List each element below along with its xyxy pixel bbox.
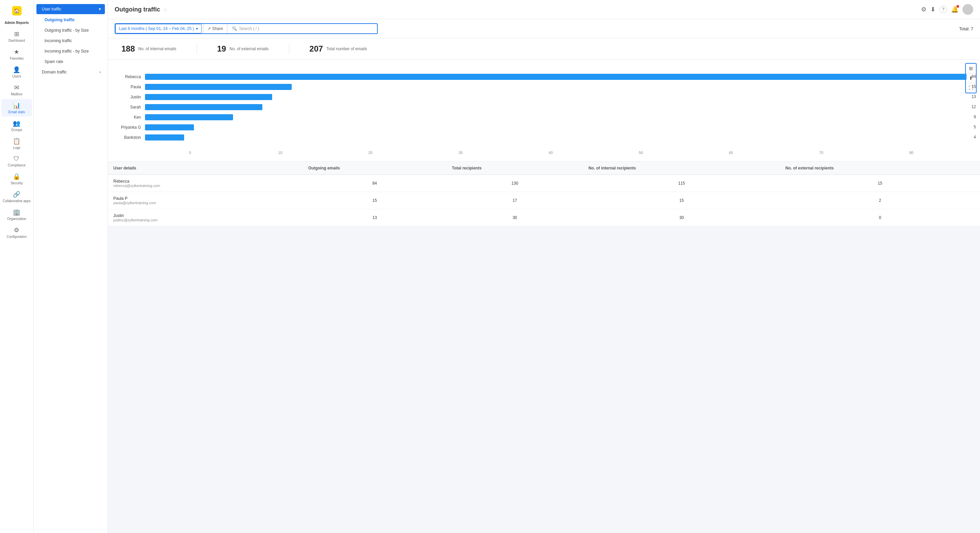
notifications-icon[interactable]: 🔔 xyxy=(951,6,958,13)
content-header: Last 6 months ( Sep 01, 24 – Feb 04, 25 … xyxy=(108,19,980,38)
sidebar-item-favorites[interactable]: ★Favorites xyxy=(2,46,32,63)
date-filter-button[interactable]: Last 6 months ( Sep 01, 24 – Feb 04, 25 … xyxy=(115,24,202,33)
bar xyxy=(145,135,184,141)
bar-value: 12 xyxy=(972,105,976,109)
bar-row-sarah: Sarah 12 xyxy=(115,104,967,110)
bar-container: 84 xyxy=(145,74,967,80)
nav-item-spam-rate[interactable]: Spam rate xyxy=(37,57,105,67)
sidebar-item-compliance[interactable]: 🛡Compliance xyxy=(2,152,32,170)
collaborative-apps-label: Collaborative apps xyxy=(3,199,31,203)
table-header-col: No. of external recipients xyxy=(780,162,980,175)
share-label: Share xyxy=(212,26,223,31)
bar-value: 9 xyxy=(974,114,976,119)
sidebar-item-dashboard[interactable]: ⊞Dashboard xyxy=(2,28,32,45)
sidebar-item-users[interactable]: 👤Users xyxy=(2,63,32,81)
security-icon: 🔒 xyxy=(13,173,20,180)
x-axis-tick: 70 xyxy=(776,151,866,155)
user-name: Justin xyxy=(113,213,298,218)
nav-item-incoming-traffic-size[interactable]: Incoming traffic - by Size xyxy=(37,46,105,56)
external-label: No. of external emails xyxy=(229,46,269,51)
date-filter-text: Last 6 months ( Sep 01, 24 – Feb 04, 25 … xyxy=(119,26,194,31)
notification-dot xyxy=(956,5,959,8)
bar-row-priyanka-g: Priyanka G 5 xyxy=(115,124,967,130)
sidebar-item-email-stats[interactable]: 📊Email stats xyxy=(2,99,32,117)
mailbox-icon: ✉ xyxy=(14,84,19,91)
bar xyxy=(145,94,272,100)
nav-item-domain-traffic[interactable]: Domain traffic› xyxy=(37,67,105,77)
x-axis-tick: 0 xyxy=(145,151,235,155)
search-placeholder: Search ( / ) xyxy=(239,26,259,31)
external-recipients-cell: 0 xyxy=(780,209,980,227)
x-axis-tick: 40 xyxy=(506,151,595,155)
bar xyxy=(145,74,967,80)
stats-bar: 188 No. of internal emails 19 No. of ext… xyxy=(108,38,980,60)
favorites-label: Favorites xyxy=(10,57,24,60)
mailbox-label: Mailbox xyxy=(11,92,22,96)
internal-recipients-cell: 115 xyxy=(583,175,780,192)
bar-row-paula: Paula 15 xyxy=(115,84,967,90)
x-axis-tick: 20 xyxy=(325,151,415,155)
outgoing-emails-cell: 13 xyxy=(303,209,447,227)
total-count-stat: 207 xyxy=(310,44,323,54)
app-logo: 🏠 xyxy=(0,3,33,21)
user-email: rebecca@zylkertraining.com xyxy=(113,184,298,188)
total-emails-stat: 207 Total number of emails xyxy=(310,44,367,54)
user-avatar[interactable] xyxy=(963,4,973,15)
stat-divider-2 xyxy=(289,44,290,54)
favorite-star-icon[interactable]: ☆ xyxy=(163,6,168,13)
email-stats-label: Email stats xyxy=(8,110,25,114)
stat-divider-1 xyxy=(197,44,197,54)
search-box[interactable]: 🔍 Search ( / ) xyxy=(229,24,377,33)
download-icon[interactable]: ⬇ xyxy=(931,6,935,13)
outgoing-emails-cell: 15 xyxy=(303,192,447,209)
chart-grid-button[interactable]: ⊞ xyxy=(966,63,976,73)
bar-label: Sarah xyxy=(115,105,145,109)
topbar: Outgoing traffic ☆ ⚙ ⬇ ? 🔔 xyxy=(108,0,980,19)
main-content: Outgoing traffic ☆ ⚙ ⬇ ? 🔔 Last 6 months… xyxy=(108,0,980,533)
bar-value: 15 xyxy=(972,84,976,89)
x-axis-tick: 60 xyxy=(686,151,776,155)
app-title: Admin Reports xyxy=(3,21,30,25)
user-details-cell: Rebecca rebecca@zylkertraining.com xyxy=(108,175,303,192)
table-header: User detailsOutgoing emailsTotal recipie… xyxy=(108,162,980,175)
dashboard-icon: ⊞ xyxy=(14,30,19,38)
sidebar-item-security[interactable]: 🔒Security xyxy=(2,170,32,188)
sidebar-item-organization[interactable]: 🏢Organization xyxy=(2,206,32,224)
user-details-cell: Paula P paula@zylkertraining.com xyxy=(108,192,303,209)
internal-count: 188 xyxy=(121,44,135,54)
sidebar-item-logs[interactable]: 📋Logs xyxy=(2,135,32,152)
users-icon: 👤 xyxy=(13,66,20,73)
sidebar-item-mailbox[interactable]: ✉Mailbox xyxy=(2,81,32,99)
user-email: justinc@zylkertraining.com xyxy=(113,218,298,222)
collaborative-apps-icon: 🔗 xyxy=(13,191,20,198)
settings-icon[interactable]: ⚙ xyxy=(921,6,926,13)
filter-wrapper: Last 6 months ( Sep 01, 24 – Feb 04, 25 … xyxy=(115,23,378,34)
external-emails-stat: 19 No. of external emails xyxy=(217,44,269,54)
total-recipients-cell: 30 xyxy=(447,209,583,227)
internal-recipients-cell: 15 xyxy=(583,192,780,209)
table-header-col: No. of internal recipients xyxy=(583,162,780,175)
user-traffic-menu[interactable]: User traffic ▾ xyxy=(37,4,105,14)
sidebar-item-groups[interactable]: 👥Groups xyxy=(2,117,32,135)
page-title: Outgoing traffic xyxy=(115,6,160,13)
table-header-col: User details xyxy=(108,162,303,175)
x-axis-tick: 50 xyxy=(596,151,686,155)
nav-item-outgoing-traffic[interactable]: Outgoing traffic xyxy=(37,15,105,25)
help-icon[interactable]: ? xyxy=(940,6,947,13)
secondary-sidebar: User traffic ▾ Outgoing trafficOutgoing … xyxy=(34,0,108,533)
dashboard-label: Dashboard xyxy=(8,39,25,43)
share-button[interactable]: ↗ Share xyxy=(205,24,226,33)
sidebar-item-configuration[interactable]: ⚙Configuration xyxy=(2,224,32,241)
favorites-icon: ★ xyxy=(14,48,19,56)
date-filter-arrow: ▾ xyxy=(196,26,198,31)
nav-item-outgoing-traffic-size[interactable]: Outgoing traffic - by Size xyxy=(37,25,105,35)
data-table: User detailsOutgoing emailsTotal recipie… xyxy=(108,162,980,227)
nav-item-incoming-traffic[interactable]: Incoming traffic xyxy=(37,36,105,46)
bar-container: 15 xyxy=(145,84,967,90)
sidebar-item-collaborative-apps[interactable]: 🔗Collaborative apps xyxy=(2,188,32,206)
table-row: Paula P paula@zylkertraining.com 15 17 1… xyxy=(108,192,980,209)
bar-label: Ken xyxy=(115,115,145,120)
compliance-icon: 🛡 xyxy=(13,155,19,162)
search-icon: 🔍 xyxy=(232,26,237,31)
user-traffic-arrow: ▾ xyxy=(99,7,101,11)
